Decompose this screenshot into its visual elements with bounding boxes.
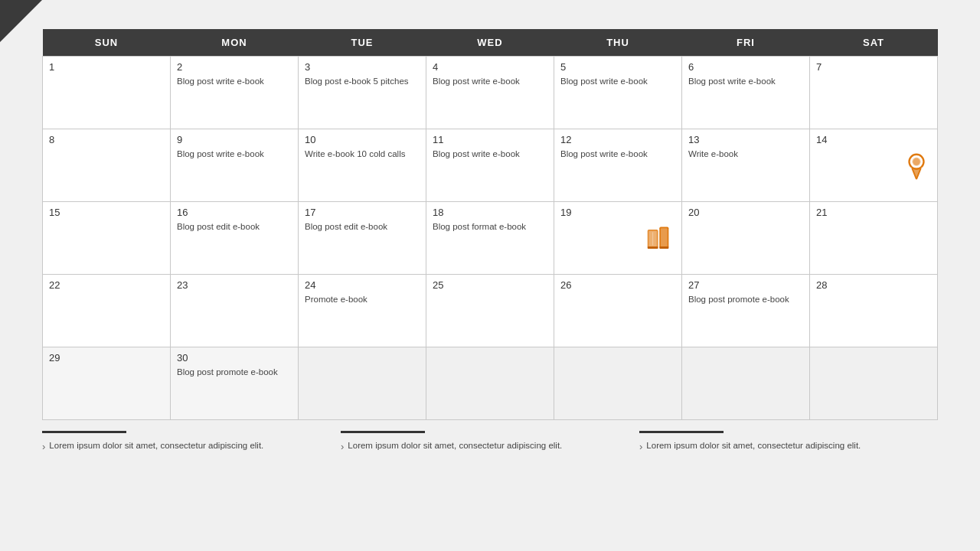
calendar-cell-w4-d1: 22 bbox=[43, 275, 171, 347]
calendar-cell-w2-d1: 8 bbox=[43, 129, 171, 202]
calendar-cell-w1-d4: 4Blog post write e-book bbox=[426, 57, 554, 129]
svg-rect-9 bbox=[661, 228, 668, 246]
calendar-cell-w3-d4: 18Blog post format e-book bbox=[426, 202, 554, 275]
day-header-thu: THU bbox=[554, 29, 682, 57]
day-event-text: Write e-book 10 cold calls bbox=[305, 148, 420, 160]
calendar-cell-w1-d7: 7 bbox=[810, 57, 938, 129]
footer: ›Lorem ipsum dolor sit amet, consectetur… bbox=[0, 420, 980, 455]
day-number: 18 bbox=[433, 207, 547, 218]
calendar-cell-w2-d4: 11Blog post write e-book bbox=[426, 129, 554, 202]
day-event-text: Blog post write e-book bbox=[560, 148, 675, 160]
footer-content: Lorem ipsum dolor sit amet, consectetur … bbox=[646, 439, 861, 452]
calendar-row-5: 2930Blog post promote e-book bbox=[43, 347, 938, 420]
footer-text: ›Lorem ipsum dolor sit amet, consectetur… bbox=[639, 439, 938, 455]
day-number: 28 bbox=[816, 279, 931, 291]
day-number: 1 bbox=[49, 61, 164, 73]
day-number: 11 bbox=[433, 134, 547, 145]
day-event-text: Blog post write e-book bbox=[433, 75, 547, 87]
calendar-cell-w4-d6: 27Blog post promote e-book bbox=[682, 275, 810, 347]
day-number: 12 bbox=[560, 134, 675, 145]
calendar-cell-w5-d5 bbox=[554, 347, 682, 420]
calendar-cell-w2-d3: 10Write e-book 10 cold calls bbox=[299, 129, 426, 202]
calendar-header: SUNMONTUEWEDTHUFRISAT bbox=[43, 29, 938, 57]
day-event-text: Blog post promote e-book bbox=[688, 293, 803, 305]
calendar-cell-w4-d5: 26 bbox=[554, 275, 682, 347]
day-number: 20 bbox=[688, 207, 803, 218]
day-number: 29 bbox=[49, 352, 164, 364]
footer-line bbox=[341, 431, 425, 433]
day-number: 17 bbox=[305, 207, 420, 218]
calendar-cell-w1-d2: 2Blog post write e-book bbox=[171, 57, 299, 129]
day-number: 23 bbox=[177, 279, 292, 291]
svg-rect-10 bbox=[648, 246, 658, 249]
footer-col-1: ›Lorem ipsum dolor sit amet, consectetur… bbox=[42, 431, 341, 455]
calendar: SUNMONTUEWEDTHUFRISAT 12Blog post write … bbox=[0, 29, 980, 420]
day-number: 24 bbox=[305, 279, 420, 291]
day-event-text: Blog post promote e-book bbox=[177, 366, 292, 378]
calendar-cell-w3-d1: 15 bbox=[43, 202, 171, 275]
calendar-cell-w4-d2: 23 bbox=[171, 275, 299, 347]
calendar-cell-w4-d3: 24Promote e-book bbox=[299, 275, 426, 347]
day-number: 7 bbox=[816, 61, 931, 73]
day-event-text: Blog post write e-book bbox=[560, 75, 675, 87]
day-event-text: Write e-book bbox=[688, 148, 803, 160]
footer-bullet: › bbox=[639, 439, 642, 455]
day-number: 30 bbox=[177, 352, 292, 364]
footer-line bbox=[639, 431, 724, 433]
day-number: 26 bbox=[560, 279, 675, 291]
day-number: 27 bbox=[688, 279, 803, 291]
day-number: 3 bbox=[305, 61, 420, 73]
day-event-text: Blog post edit e-book bbox=[177, 220, 292, 233]
day-number: 5 bbox=[560, 61, 675, 73]
day-event-text: Blog post format e-book bbox=[433, 220, 547, 233]
day-header-fri: FRI bbox=[682, 29, 810, 57]
calendar-cell-w2-d5: 12Blog post write e-book bbox=[554, 129, 682, 202]
calendar-row-3: 1516Blog post edit e-book17Blog post edi… bbox=[43, 202, 938, 275]
corner-decoration bbox=[0, 0, 42, 42]
footer-col-2: ›Lorem ipsum dolor sit amet, consectetur… bbox=[341, 431, 639, 455]
day-header-mon: MON bbox=[171, 29, 299, 57]
award-icon bbox=[816, 152, 931, 181]
calendar-cell-w2-d7: 14 bbox=[810, 129, 938, 202]
day-number: 8 bbox=[49, 134, 164, 145]
day-event-text: Blog post write e-book bbox=[688, 75, 803, 87]
day-number: 6 bbox=[688, 61, 803, 73]
calendar-cell-w1-d5: 5Blog post write e-book bbox=[554, 57, 682, 129]
day-number: 16 bbox=[177, 207, 292, 218]
day-event-text: Blog post edit e-book bbox=[305, 220, 420, 233]
calendar-cell-w3-d5: 19 bbox=[554, 202, 682, 275]
svg-point-5 bbox=[913, 158, 920, 166]
day-number: 9 bbox=[177, 134, 292, 145]
day-number: 10 bbox=[305, 134, 420, 145]
footer-line bbox=[42, 431, 126, 433]
day-header-wed: WED bbox=[426, 29, 554, 57]
calendar-cell-w2-d2: 9Blog post write e-book bbox=[171, 129, 299, 202]
svg-rect-11 bbox=[659, 246, 668, 249]
day-number: 14 bbox=[816, 134, 931, 145]
calendar-row-2: 89Blog post write e-book10Write e-book 1… bbox=[43, 129, 938, 202]
calendar-cell-w5-d3 bbox=[299, 347, 426, 420]
day-event-text: Blog post e-book 5 pitches bbox=[305, 75, 420, 87]
footer-col-3: ›Lorem ipsum dolor sit amet, consectetur… bbox=[639, 431, 938, 455]
calendar-cell-w3-d2: 16Blog post edit e-book bbox=[171, 202, 299, 275]
calendar-cell-w3-d3: 17Blog post edit e-book bbox=[299, 202, 426, 275]
calendar-cell-w5-d6 bbox=[682, 347, 810, 420]
calendar-cell-w3-d7: 21 bbox=[810, 202, 938, 275]
footer-text: ›Lorem ipsum dolor sit amet, consectetur… bbox=[42, 439, 341, 455]
footer-content: Lorem ipsum dolor sit amet, consectetur … bbox=[49, 439, 263, 452]
calendar-cell-w5-d1: 29 bbox=[43, 347, 171, 420]
footer-bullet: › bbox=[42, 439, 45, 455]
calendar-cell-w3-d6: 20 bbox=[682, 202, 810, 275]
day-number: 4 bbox=[433, 61, 547, 73]
calendar-cell-w5-d7 bbox=[810, 347, 938, 420]
footer-text: ›Lorem ipsum dolor sit amet, consectetur… bbox=[341, 439, 639, 455]
footer-content: Lorem ipsum dolor sit amet, consectetur … bbox=[348, 439, 562, 452]
calendar-row-1: 12Blog post write e-book3Blog post e-boo… bbox=[43, 57, 938, 129]
calendar-cell-w5-d2: 30Blog post promote e-book bbox=[171, 347, 299, 420]
day-event-text: Blog post write e-book bbox=[177, 75, 292, 87]
day-number: 13 bbox=[688, 134, 803, 145]
day-event-text: Promote e-book bbox=[305, 293, 420, 305]
day-number: 2 bbox=[177, 61, 292, 73]
footer-bullet: › bbox=[341, 439, 344, 455]
calendar-cell-w1-d3: 3Blog post e-book 5 pitches bbox=[299, 57, 426, 129]
